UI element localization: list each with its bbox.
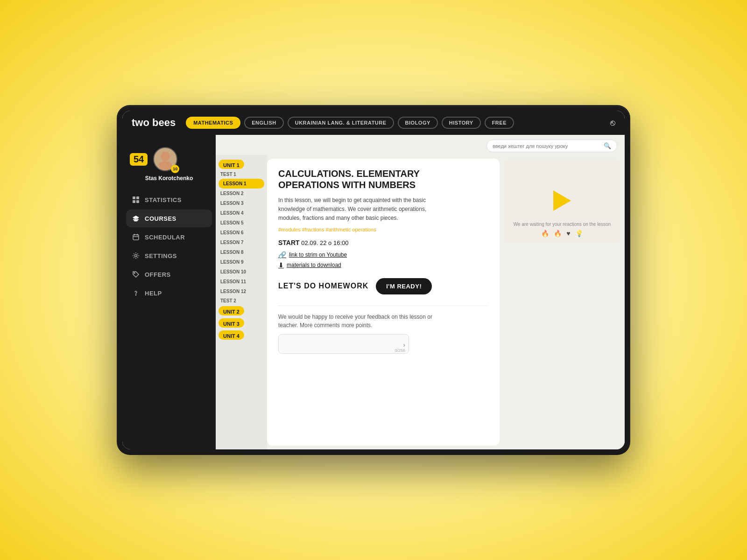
- tag-icon: [132, 270, 140, 279]
- lesson-12-item[interactable]: LESSON 12: [216, 287, 267, 296]
- unit-2-section: UNIT 2: [216, 306, 267, 316]
- lesson-8-item[interactable]: LESSON 8: [216, 247, 267, 257]
- svg-point-12: [135, 294, 136, 295]
- main-layout: 54 10 Stas Korotchenko: [122, 135, 625, 449]
- download-icon: ⬇: [278, 261, 284, 269]
- lesson-6-item[interactable]: LESSON 6: [216, 228, 267, 238]
- nav-tab-mathematics[interactable]: MATHEMATICS: [186, 117, 240, 129]
- svg-point-10: [135, 255, 137, 257]
- avatar-level: 10: [171, 165, 179, 173]
- question-icon: [132, 289, 140, 297]
- score-badge: 54: [130, 153, 148, 166]
- unit-4-label[interactable]: UNIT 4: [218, 330, 244, 340]
- svg-rect-3: [136, 196, 139, 199]
- lesson-2-item[interactable]: LESSON 2: [216, 189, 267, 198]
- unit-4-section: UNIT 4: [216, 330, 267, 341]
- sidebar-item-label: SCHEDULAR: [145, 234, 185, 241]
- lesson-4-item[interactable]: LESSON 4: [216, 208, 267, 218]
- lesson-3-item[interactable]: LESSON 3: [216, 198, 267, 208]
- link-download[interactable]: ⬇ materials to download: [278, 261, 488, 269]
- nav-tab-history[interactable]: HISTORY: [442, 117, 481, 129]
- sidebar-item-offers[interactable]: OFFERS: [126, 266, 212, 283]
- sidebar-item-schedular[interactable]: SCHEDULAR: [126, 228, 212, 246]
- feedback-input-wrap: › 0/256: [278, 334, 409, 356]
- sidebar-item-label: OFFERS: [145, 271, 171, 278]
- link-youtube-label: link to strim on Youtube: [289, 252, 347, 258]
- calendar-icon: [132, 233, 140, 241]
- lesson-10-item[interactable]: LESSON 10: [216, 267, 267, 277]
- lesson-title: CALCULATIONS. ELEMENTARY OPERATIONS WITH…: [278, 168, 437, 190]
- svg-point-1: [159, 161, 172, 170]
- nav-tab-ukrainian[interactable]: UKRAINIAN LANG. & LITERATURE: [288, 117, 394, 129]
- test-1-label[interactable]: TEST 1: [216, 171, 267, 178]
- lesson-7-item[interactable]: LESSON 7: [216, 238, 267, 247]
- feedback-input[interactable]: [278, 334, 409, 354]
- svg-point-11: [134, 273, 135, 273]
- sidebar-item-help[interactable]: HELP: [126, 284, 212, 302]
- unit-3-label[interactable]: UNIT 3: [218, 318, 244, 328]
- lesson-content: CALCULATIONS. ELEMENTARY OPERATIONS WITH…: [267, 159, 500, 446]
- cap-icon: [132, 214, 140, 223]
- link-youtube[interactable]: 🔗 link to strim on Youtube: [278, 251, 488, 259]
- feedback-text: We would be happy to receive your feedba…: [278, 313, 446, 329]
- sidebar-item-courses[interactable]: COURSES: [126, 210, 212, 227]
- lesson-links: 🔗 link to strim on Youtube ⬇ materials t…: [278, 251, 488, 269]
- search-input[interactable]: [493, 143, 601, 149]
- svg-rect-4: [133, 200, 135, 203]
- sidebar-item-label: COURSES: [145, 215, 176, 222]
- sidebar-item-settings[interactable]: SETTINGS: [126, 247, 212, 265]
- nav-tab-free[interactable]: FREE: [485, 117, 514, 129]
- unit-1-label: UNIT 1: [218, 160, 244, 169]
- reaction-fire-2[interactable]: 🔥: [554, 230, 562, 237]
- lesson-layout: UNIT 1 TEST 1 LESSON 1 LESSON 2 LESSON 3…: [216, 155, 625, 449]
- link-icon: 🔗: [278, 251, 286, 259]
- svg-rect-6: [133, 235, 139, 240]
- nav-tab-english[interactable]: ENGLISH: [244, 117, 283, 129]
- reaction-heart[interactable]: ♥: [566, 230, 570, 237]
- start-date: 02.09. 22 о 16:00: [301, 239, 348, 246]
- video-footer: We are waiting for your reactions on the…: [503, 222, 621, 237]
- lesson-description: In this lesson, we will begin to get acq…: [278, 196, 446, 223]
- sidebar-item-label: SETTINGS: [145, 252, 177, 259]
- lesson-11-item[interactable]: LESSON 11: [216, 277, 267, 287]
- user-score-row: 54 10: [130, 147, 208, 171]
- search-icon[interactable]: 🔍: [604, 142, 611, 149]
- user-info: 54 10 Stas Korotchenko: [122, 142, 216, 191]
- feedback-submit-button[interactable]: ›: [403, 341, 405, 349]
- screen: two bees MATHEMATICS ENGLISH UKRAINIAN L…: [122, 111, 625, 449]
- lesson-5-item[interactable]: LESSON 5: [216, 218, 267, 228]
- avatar-wrap: 10: [153, 147, 177, 171]
- unit-2-label[interactable]: UNIT 2: [218, 306, 244, 315]
- svg-point-0: [161, 152, 170, 161]
- lesson-9-item[interactable]: LESSON 9: [216, 257, 267, 267]
- sidebar: 54 10 Stas Korotchenko: [122, 135, 216, 449]
- lesson-list: UNIT 1 TEST 1 LESSON 1 LESSON 2 LESSON 3…: [216, 155, 267, 449]
- reaction-fire-1[interactable]: 🔥: [541, 230, 549, 237]
- reaction-bulb[interactable]: 💡: [575, 230, 583, 237]
- unit-3-section: UNIT 3: [216, 318, 267, 329]
- device-frame: two bees MATHEMATICS ENGLISH UKRAINIAN L…: [117, 105, 630, 455]
- play-button[interactable]: [553, 190, 571, 211]
- svg-rect-5: [136, 200, 139, 203]
- video-waiting-text: We are waiting for your reactions on the…: [514, 222, 611, 227]
- sidebar-menu: STATISTICS COURSES: [122, 191, 216, 302]
- feedback-count: 0/256: [395, 348, 405, 353]
- im-ready-button[interactable]: I'M READY!: [376, 278, 432, 294]
- lesson-tags: #modules #fractions #arithmetic operatio…: [278, 227, 488, 232]
- test-2-label[interactable]: TEST 2: [216, 297, 267, 304]
- top-nav: two bees MATHEMATICS ENGLISH UKRAINIAN L…: [122, 111, 625, 135]
- link-download-label: materials to download: [287, 262, 341, 268]
- grid-icon: [132, 196, 140, 204]
- reaction-row: 🔥 🔥 ♥ 💡: [541, 230, 583, 237]
- sidebar-item-label: STATISTICS: [145, 196, 182, 203]
- sidebar-item-statistics[interactable]: STATISTICS: [126, 191, 212, 209]
- nav-tabs: MATHEMATICS ENGLISH UKRAINIAN LANG. & LI…: [186, 117, 605, 129]
- search-bar-row: 🔍: [216, 135, 625, 155]
- nav-tab-biology[interactable]: BIOLOGY: [398, 117, 438, 129]
- homework-section: LET'S DO HOMEWORK I'M READY!: [278, 278, 488, 294]
- logout-button[interactable]: ⎋: [610, 118, 615, 128]
- sidebar-item-label: HELP: [145, 290, 162, 297]
- homework-label: LET'S DO HOMEWORK: [278, 282, 368, 290]
- lesson-1-item[interactable]: LESSON 1: [218, 179, 264, 189]
- gear-icon: [132, 252, 140, 260]
